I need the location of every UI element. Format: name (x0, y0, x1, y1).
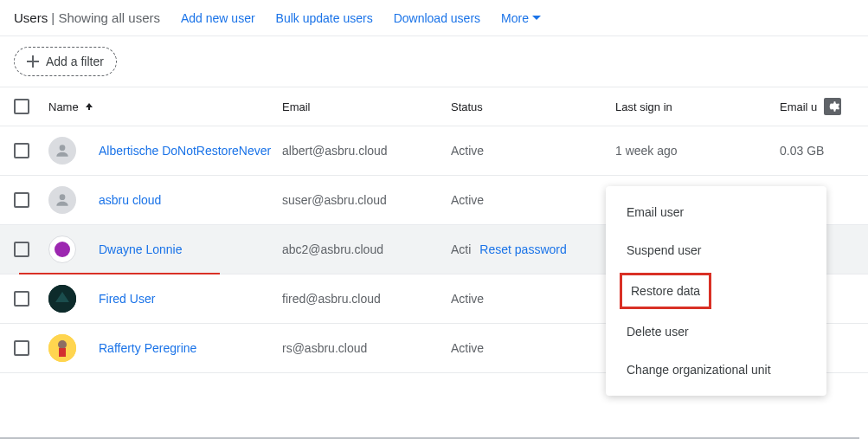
row-checkbox[interactable] (14, 192, 29, 208)
user-name-link[interactable]: asbru cloud (99, 193, 161, 207)
sort-arrow-up-icon (84, 101, 94, 112)
row-checkbox[interactable] (14, 242, 29, 257)
avatar (48, 285, 76, 313)
user-email: rs@asbru.cloud (282, 341, 451, 355)
status-text: Acti (451, 242, 471, 256)
user-name-link[interactable]: Albertische DoNotRestoreNever (99, 144, 271, 158)
name-header-label: Name (48, 100, 79, 113)
add-filter-button[interactable]: Add a filter (14, 47, 117, 76)
plus-icon (27, 55, 39, 68)
svg-point-0 (60, 145, 66, 151)
filter-bar: Add a filter (0, 36, 868, 87)
table-row[interactable]: Albertische DoNotRestoreNever albert@asb… (0, 126, 868, 176)
header-email-col[interactable]: Email (282, 100, 451, 113)
user-email: abc2@asbru.cloud (282, 242, 451, 256)
annotation-underline (19, 273, 220, 274)
user-name-link[interactable]: Dwayne Lonnie (99, 242, 183, 256)
user-status: Acti Reset password (451, 242, 615, 256)
more-menu-link[interactable]: More (501, 11, 541, 25)
row-checkbox[interactable] (14, 143, 29, 158)
user-name-link[interactable]: Rafferty Peregrine (99, 341, 196, 355)
menu-email-user[interactable]: Email user (606, 193, 826, 231)
user-email: suser@asbru.cloud (282, 193, 451, 207)
dropdown-arrow-icon (532, 16, 541, 20)
header-name-col[interactable]: Name (48, 100, 282, 113)
svg-point-4 (58, 340, 67, 349)
header-checkbox-col (14, 99, 48, 114)
user-email: fired@asbru.cloud (282, 292, 451, 306)
avatar (48, 334, 76, 362)
user-status: Active (451, 144, 615, 158)
table-header: Name Email Status Last sign in Email u (0, 87, 868, 126)
user-signin: 1 week ago (615, 144, 780, 158)
avatar (48, 186, 76, 214)
menu-restore-data[interactable]: Restore data (620, 273, 711, 309)
page-header: Users | Showing all users Add new user B… (0, 0, 868, 36)
download-users-link[interactable]: Download users (394, 11, 480, 25)
user-context-menu: Email user Suspend user Restore data Del… (606, 186, 826, 396)
more-label: More (501, 11, 529, 25)
title-bold: Users (14, 10, 48, 25)
add-filter-label: Add a filter (46, 55, 104, 68)
menu-suspend-user[interactable]: Suspend user (606, 231, 826, 269)
user-usage: 0.03 GB (780, 144, 854, 158)
user-status: Active (451, 341, 615, 355)
emailusage-label: Email u (780, 100, 817, 113)
user-status: Active (451, 292, 615, 306)
svg-point-1 (60, 194, 66, 200)
header-status-col[interactable]: Status (451, 100, 615, 113)
row-checkbox[interactable] (14, 340, 29, 356)
bulk-update-users-link[interactable]: Bulk update users (276, 11, 373, 25)
user-email: albert@asbru.cloud (282, 144, 451, 158)
user-status: Active (451, 193, 615, 207)
user-name-link[interactable]: Fired User (99, 292, 155, 306)
title-subtitle: Showing all users (58, 10, 160, 25)
page-title: Users | Showing all users (14, 10, 160, 25)
header-emailusage-col[interactable]: Email u (780, 98, 854, 115)
menu-change-org-unit[interactable]: Change organizational unit (606, 351, 826, 389)
add-new-user-link[interactable]: Add new user (181, 11, 255, 25)
svg-rect-5 (59, 348, 66, 357)
header-signin-col[interactable]: Last sign in (615, 100, 780, 113)
settings-gear-icon[interactable] (824, 98, 841, 115)
menu-delete-user[interactable]: Delete user (606, 313, 826, 351)
avatar (48, 137, 76, 165)
avatar (48, 236, 76, 263)
select-all-checkbox[interactable] (14, 99, 29, 114)
reset-password-link[interactable]: Reset password (479, 242, 566, 256)
row-checkbox[interactable] (14, 291, 29, 307)
